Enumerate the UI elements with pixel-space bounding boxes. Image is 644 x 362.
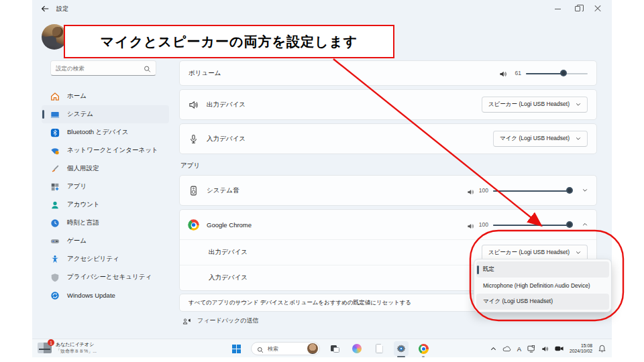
sidebar-item-system[interactable]: システム [42,105,169,123]
sidebar-item-windows-update[interactable]: Windows Update [42,286,169,304]
tray-chevron-up-icon[interactable] [490,346,496,352]
volume-label: ボリューム [189,69,221,78]
chrome-slider[interactable] [493,221,572,229]
volume-tray-icon[interactable] [541,345,549,353]
annotation-text: マイクとスピーカーの両方を設定します [101,33,358,51]
sidebar-item-label: アプリ [67,182,87,191]
chevron-down-icon [576,136,581,141]
sidebar-item-accessibility[interactable]: アクセシビリティ [42,250,169,268]
onedrive-cloud-icon[interactable] [502,345,511,352]
settings-app-button[interactable] [394,341,409,356]
system-sound-icon [189,186,199,196]
widget-subheadline: 「致命率８８%」... [56,348,97,355]
chrome-input-label: 入力デバイス [209,274,248,282]
chrome-icon [419,344,429,354]
apps-section-header: アプリ [180,162,597,170]
document-icon [376,344,383,353]
sidebar-item-label: システム [67,110,93,119]
menu-item-label: Microphone (High Definition Audio Device… [483,282,590,289]
sidebar-item-home[interactable]: ホーム [42,87,169,105]
system-tray: A 15:08 2024/10/02 [490,339,606,358]
gaming-icon [50,237,60,246]
sidebar-item-time-language[interactable]: 時刻と言語 [42,214,169,232]
notification-bell-icon[interactable] [598,345,606,353]
minimize-icon [555,9,561,9]
sidebar-item-privacy[interactable]: プライバシーとセキュリティ [42,268,169,286]
sidebar-item-network[interactable]: ネットワークとインターネット [42,141,169,160]
chrome-output-label: 出力デバイス [209,248,248,257]
system-sound-volume-value: 100 [479,187,488,194]
sidebar-item-accounts[interactable]: アカウント [42,196,169,214]
sidebar-item-gaming[interactable]: ゲーム [42,232,169,250]
annotation-callout: マイクとスピーカーの両方を設定します [64,25,394,58]
menu-item-microphone-hd[interactable]: Microphone (High Definition Audio Device… [476,278,609,294]
widgets-button[interactable]: 1 あなたにイチオシ 「致命率８８%」... [38,341,97,355]
sidebar-item-label: アクセシビリティ [67,255,119,263]
chrome-app-button[interactable] [416,341,431,356]
speaker-icon [499,69,507,77]
settings-search-box[interactable] [50,60,156,76]
menu-item-default[interactable]: 既定 [476,261,609,278]
close-icon [594,5,601,12]
file-explorer-button[interactable] [372,341,386,356]
send-feedback-label: フィードバックの送信 [197,316,258,325]
start-button[interactable] [229,341,244,356]
chevron-up-icon[interactable] [582,222,588,227]
tray-date: 2024/10/02 [570,349,592,354]
sidebar-item-label: プライバシーとセキュリティ [67,273,152,282]
sidebar-item-personalization[interactable]: 個人用設定 [42,160,169,178]
input-device-row: 入力デバイス マイク (Logi USB Headset) [179,123,597,154]
chrome-output-dropdown[interactable]: スピーカー (Logi USB Headset) [482,245,588,261]
ime-indicator[interactable]: A [517,345,521,353]
copilot-button[interactable] [350,341,364,356]
chrome-label: Google Chrome [207,221,252,229]
task-view-button[interactable] [327,341,342,356]
widgets-icon: 1 [38,343,52,353]
notification-badge: 1 [48,339,54,346]
restore-icon [575,6,580,11]
accessibility-icon [50,255,60,264]
back-button[interactable] [40,4,50,13]
send-feedback-link[interactable]: フィードバックの送信 [179,316,597,325]
restore-button[interactable] [568,0,588,17]
windows-logo-icon [232,345,241,353]
sidebar-item-bluetooth[interactable]: Bluetooth とデバイス [42,123,169,141]
display-icon[interactable] [527,345,535,353]
titlebar: 設定 [32,0,612,17]
copilot-icon [352,344,362,353]
system-sound-slider[interactable] [493,187,572,194]
speaker-icon [189,100,199,110]
settings-search-input[interactable] [56,65,144,72]
volume-value: 61 [512,70,521,76]
volume-row: ボリューム 61 [179,60,597,86]
sidebar-item-apps[interactable]: アプリ [42,178,169,196]
close-button[interactable] [588,0,608,17]
sidebar-item-label: アカウント [67,200,100,209]
output-device-dropdown[interactable]: スピーカー (Logi USB Headset) [482,97,588,113]
sound-settings-content: ボリューム 61 出力デバイス スピーカー (Logi USB Headset) [179,60,597,325]
widget-headline: あなたにイチオシ [56,341,97,348]
feedback-icon [182,316,191,325]
menu-item-mic-logi[interactable]: マイク (Logi USB Headset) [476,294,609,310]
tray-time: 15:08 [570,343,592,349]
menu-item-label: 既定 [483,265,494,274]
search-icon [144,64,151,72]
task-view-icon [331,345,339,353]
taskbar-search-box[interactable]: 検索 [251,342,320,355]
search-highlight-avatar [307,343,318,354]
input-device-dropdown[interactable]: マイク (Logi USB Headset) [493,131,588,147]
home-icon [50,92,60,101]
microphone-icon [189,134,199,144]
volume-slider[interactable] [526,70,588,77]
window-title: 設定 [56,5,68,13]
minimize-button[interactable] [547,0,568,17]
input-device-value: マイク (Logi USB Headset) [500,135,570,143]
chrome-volume-value: 100 [479,221,488,228]
bluetooth-icon [50,128,60,137]
camera-tray-icon[interactable] [555,345,564,352]
tray-clock[interactable]: 15:08 2024/10/02 [570,343,592,355]
gear-icon [396,344,406,353]
apps-icon [50,182,60,192]
system-icon [50,110,60,119]
chevron-down-icon[interactable] [582,188,588,193]
